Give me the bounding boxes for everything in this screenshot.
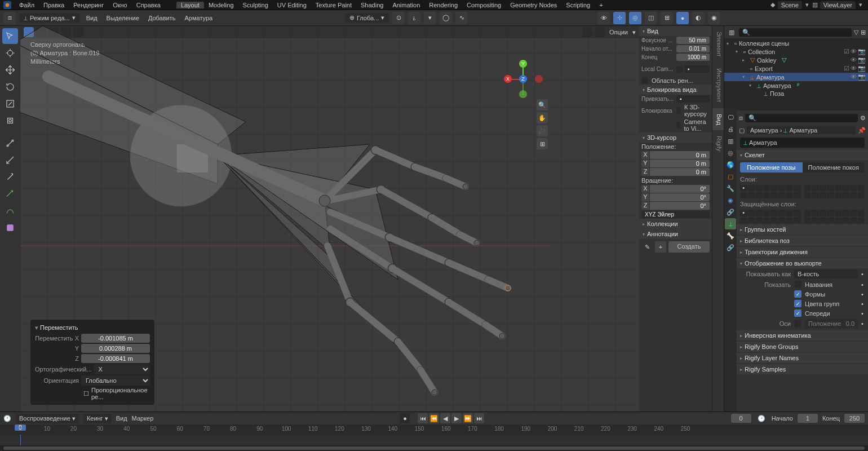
show-infront-checkbox[interactable] <box>794 309 801 317</box>
props-editor-icon[interactable]: ⧈ <box>739 114 743 122</box>
shading-matprev-icon[interactable]: ◐ <box>692 12 705 24</box>
tool-roll[interactable] <box>2 135 18 151</box>
scene-selector[interactable]: Scene <box>778 1 802 9</box>
pose-position-toggle[interactable]: Положение позыПоложение покоя <box>740 162 865 173</box>
orient-select[interactable]: Глобально <box>81 375 150 386</box>
chevron-down-icon[interactable]: ▾ <box>35 324 40 331</box>
annotation-create-button[interactable]: Создать <box>668 241 710 253</box>
proptab-constraint[interactable]: 🔗 <box>725 206 736 218</box>
tool-select-box[interactable] <box>2 28 18 44</box>
proptab-modifier[interactable]: 🔧 <box>725 183 736 194</box>
header-menu-add[interactable]: Добавить <box>145 15 179 21</box>
annotation-add[interactable]: + <box>655 241 666 253</box>
move-z-value[interactable]: -0.000841 m <box>81 354 150 363</box>
scene-new-icon[interactable]: ▾ <box>803 1 811 9</box>
rigify-bonegroups-section[interactable]: Rigify Bone Groups <box>737 342 868 352</box>
move-x-value[interactable]: -0.001085 m <box>81 334 150 343</box>
props-options-icon[interactable]: ⚙ <box>860 114 866 122</box>
show-shapes-checkbox[interactable] <box>794 290 801 298</box>
mode-selector[interactable]: ⟂Режим реда...▾ <box>19 13 80 23</box>
snap-options-icon[interactable]: ▾ <box>424 12 436 24</box>
proptab-bone-constraint[interactable]: 🔗 <box>725 242 736 253</box>
workspace-tab-compositing[interactable]: Compositing <box>462 2 506 8</box>
shading-solid-icon[interactable]: ● <box>676 12 689 24</box>
checkbox-icon[interactable]: ☑ <box>844 48 849 55</box>
outliner-pose[interactable]: ⟂Поза <box>724 90 868 98</box>
jump-end-icon[interactable]: ⏭ <box>474 413 484 423</box>
npanel-tab-tool[interactable]: Инструмент <box>712 63 724 108</box>
proptab-bone[interactable]: 🦴 <box>725 230 736 241</box>
timeline-scrollbar[interactable] <box>0 445 868 451</box>
snap-toggle-icon[interactable]: ⫰ <box>408 12 420 24</box>
armature-name-field[interactable]: ⟂ Арматура <box>740 138 865 148</box>
rotation-mode[interactable]: XYZ Эйлер <box>641 211 710 218</box>
ik-section[interactable]: Инверсная кинематика <box>737 330 868 341</box>
motionpaths-section[interactable]: Траектории движения <box>737 247 868 257</box>
workspace-tab-modeling[interactable]: Modeling <box>204 2 238 8</box>
tool-shear[interactable] <box>2 186 18 202</box>
npanel-lock-header[interactable]: Блокировка вида <box>639 85 712 95</box>
cursor-z[interactable]: 0 m <box>650 168 710 176</box>
workspace-tab-texturepaint[interactable]: Texture Paint <box>311 2 356 8</box>
focal-value[interactable]: 50 mm <box>676 37 710 44</box>
lock-camera-checkbox[interactable] <box>676 122 680 129</box>
workspace-tab-scripting[interactable]: Scripting <box>561 2 595 8</box>
frame-start[interactable]: 1 <box>798 414 818 423</box>
header-menu-view[interactable]: Вид <box>83 15 100 21</box>
viewlayer-new-icon[interactable]: ▾ <box>857 1 865 9</box>
xray-icon[interactable]: ◫ <box>645 12 657 24</box>
rigify-layernames-section[interactable]: Rigify Layer Names <box>737 353 868 363</box>
outliner-export[interactable]: ▫Export☑👁📷 <box>724 64 868 73</box>
play-reverse-icon[interactable]: ◀ <box>440 413 450 423</box>
frame-end[interactable]: 250 <box>844 414 865 423</box>
header-menu-select[interactable]: Выделение <box>104 15 142 21</box>
cursor-ry[interactable]: 0° <box>650 193 710 201</box>
outliner-filter-icon[interactable]: ▽ <box>854 29 858 36</box>
camera-icon[interactable]: 📷 <box>858 73 866 81</box>
npanel-cursor-header[interactable]: 3D-курсор <box>639 132 712 143</box>
nav-gizmo[interactable]: X Y Z <box>504 60 543 99</box>
current-frame[interactable]: 0 <box>731 414 751 423</box>
clip-start-value[interactable]: 0.01 m <box>676 45 710 52</box>
eye-icon[interactable]: 👁 <box>851 48 857 55</box>
props-search[interactable]: 🔍 <box>745 114 858 122</box>
workspace-tab-animation[interactable]: Animation <box>388 2 424 8</box>
cursor-y[interactable]: 0 m <box>650 160 710 167</box>
pan-icon[interactable]: ✋ <box>537 112 548 123</box>
outliner-search[interactable]: 🔍 <box>739 28 852 37</box>
playback-menu[interactable]: Воспроизведение ▾ <box>16 414 79 423</box>
outliner-scene-collection[interactable]: ▾▫Коллекция сцены <box>724 39 868 47</box>
workspace-tab-uvediting[interactable]: UV Editing <box>273 2 311 8</box>
workspace-tab-rendering[interactable]: Rendering <box>424 2 462 8</box>
shading-rendered-icon[interactable]: ◉ <box>708 12 720 24</box>
timeline-view-menu[interactable]: Вид <box>116 415 127 422</box>
editor-type-icon[interactable]: ⧈ <box>3 12 16 24</box>
show-names-checkbox[interactable] <box>794 281 801 288</box>
viewlayer-selector[interactable]: ViewLayer <box>820 1 856 9</box>
tool-bone-size[interactable] <box>2 152 18 168</box>
eye-icon[interactable]: 👁 <box>851 73 857 81</box>
proptab-viewlayer[interactable]: ▥ <box>725 135 736 147</box>
outliner-new-collection-icon[interactable]: ⊞ <box>861 29 866 36</box>
bonegroups-section[interactable]: Группы костей <box>737 224 868 235</box>
workspace-tab-sculpting[interactable]: Sculpting <box>238 2 273 8</box>
skeleton-section[interactable]: Скелет <box>737 150 868 160</box>
3d-viewport[interactable]: Опции▾ Сверху ортогональ (0) Арматура : … <box>20 26 639 412</box>
proptab-render[interactable]: 🖵 <box>725 112 736 123</box>
display-as-select[interactable]: В-кость <box>794 269 858 278</box>
npanel-annotations-header[interactable]: Аннотации <box>639 229 712 239</box>
persp-ortho-icon[interactable]: ⊞ <box>537 138 548 149</box>
zoom-icon[interactable]: 🔍 <box>537 99 548 110</box>
pin-icon[interactable]: 📌 <box>858 127 866 134</box>
header-cam-icon[interactable] <box>582 27 592 37</box>
proportional-icon[interactable]: ◯ <box>440 12 452 24</box>
keying-menu[interactable]: Кеинг ▾ <box>83 414 112 423</box>
outliner-armature[interactable]: ▾⟂Арматура👁📷 <box>724 73 868 81</box>
outliner-oakley[interactable]: ▸▽Oakley▽👁📷 <box>724 56 868 64</box>
camera-icon[interactable]: 📷 <box>858 56 866 64</box>
camera-icon[interactable]: 📷 <box>858 48 866 55</box>
tool-cursor[interactable] <box>2 45 18 61</box>
jump-start-icon[interactable]: ⏮ <box>418 413 428 423</box>
proptab-scene[interactable]: ◎ <box>725 147 736 158</box>
workspace-tab-shading[interactable]: Shading <box>356 2 388 8</box>
